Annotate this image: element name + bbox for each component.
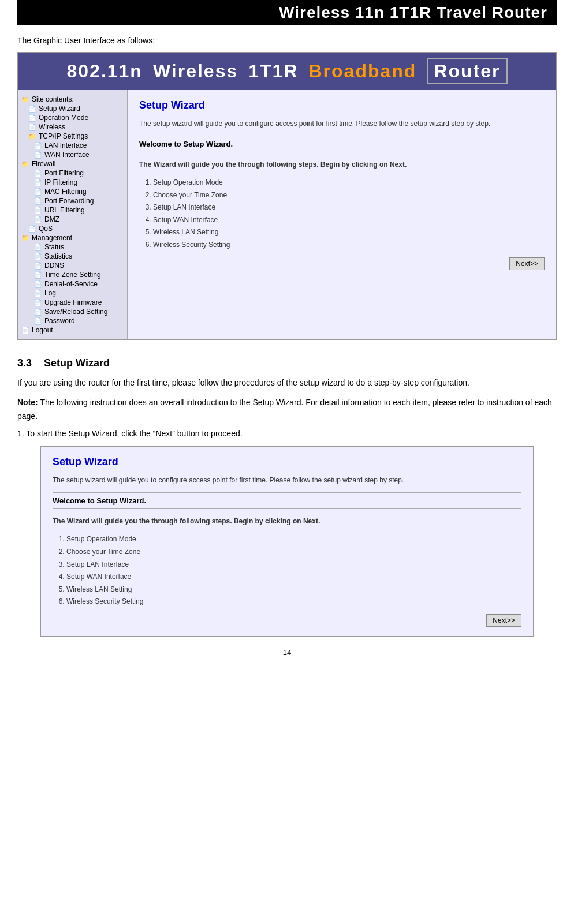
sidebar-item[interactable]: Log	[20, 289, 125, 298]
file-icon	[21, 326, 29, 334]
sidebar-item[interactable]: Management	[20, 233, 125, 242]
sidebar-item[interactable]: Setup Wizard	[20, 104, 125, 113]
sidebar-item[interactable]: Site contents:	[20, 95, 125, 104]
next-button-1[interactable]: Next>>	[509, 257, 545, 270]
sidebar: Site contents:Setup WizardOperation Mode…	[18, 90, 128, 339]
sidebar-item[interactable]: WAN Interface	[20, 150, 125, 159]
sidebar-item[interactable]: Port Forwarding	[20, 196, 125, 205]
sidebar-label: MAC Filtering	[44, 188, 87, 196]
sidebar-label: Save/Reload Setting	[44, 308, 107, 316]
note-label: Note:	[17, 398, 38, 407]
sidebar-label: Setup Wizard	[39, 104, 80, 113]
sidebar-label: Status	[44, 243, 64, 251]
sidebar-item[interactable]: DDNS	[20, 261, 125, 270]
file-icon	[34, 289, 42, 297]
wizard-title-2: Setup Wizard	[53, 456, 521, 468]
sidebar-label: Time Zone Setting	[44, 271, 101, 279]
sidebar-item[interactable]: Port Filtering	[20, 169, 125, 178]
file-icon	[34, 206, 42, 214]
sidebar-label: URL Filtering	[44, 206, 85, 214]
section-number: 3.3	[17, 357, 32, 369]
file-icon	[28, 104, 36, 113]
wizard-step-item: Setup LAN Interface	[66, 559, 521, 571]
sidebar-label: Operation Mode	[39, 114, 88, 122]
file-icon	[34, 308, 42, 316]
banner-broadband: Broadband	[309, 61, 417, 82]
file-icon	[34, 197, 42, 205]
sidebar-label: DMZ	[44, 215, 59, 223]
sidebar-label: Wireless	[39, 123, 65, 131]
sidebar-label: Port Filtering	[44, 169, 84, 177]
wizard-step-item: Setup WAN Interface	[153, 214, 545, 227]
sidebar-item[interactable]: IP Filtering	[20, 178, 125, 187]
banner-router: Router	[427, 58, 507, 84]
section-note: Note: The following instruction does an …	[17, 396, 557, 424]
sidebar-item[interactable]: MAC Filtering	[20, 187, 125, 196]
wizard-step-item: Wireless LAN Setting	[66, 583, 521, 596]
wizard-step-item: Wireless Security Setting	[66, 596, 521, 608]
wizard-step-item: Wireless Security Setting	[153, 239, 545, 252]
sidebar-item[interactable]: Time Zone Setting	[20, 270, 125, 279]
wizard-step-item: Choose your Time Zone	[153, 189, 545, 202]
file-icon	[34, 215, 42, 223]
router-body: Site contents:Setup WizardOperation Mode…	[18, 90, 556, 339]
sidebar-item[interactable]: Password	[20, 316, 125, 326]
sidebar-label: Port Forwarding	[44, 197, 94, 205]
router-banner: 802.11n Wireless 1T1R Broadband Router	[18, 53, 556, 90]
sidebar-item[interactable]: QoS	[20, 224, 125, 233]
sidebar-item[interactable]: Upgrade Firmware	[20, 298, 125, 307]
file-icon	[34, 243, 42, 251]
sidebar-item[interactable]: Logout	[20, 326, 125, 335]
sidebar-label: Password	[44, 317, 75, 325]
banner-1t1r: 1T1R	[248, 61, 298, 82]
wizard-step-item: Setup Operation Mode	[153, 177, 545, 189]
file-icon	[34, 280, 42, 288]
sidebar-item[interactable]: Denial-of-Service	[20, 279, 125, 289]
file-icon	[34, 298, 42, 306]
wizard-step-item: Wireless LAN Setting	[153, 226, 545, 239]
wizard-step-item: Setup LAN Interface	[153, 201, 545, 214]
intro-text: The Graphic User Interface as follows:	[17, 36, 557, 45]
sidebar-label: QoS	[39, 225, 53, 233]
folder-icon	[21, 160, 29, 168]
file-icon	[34, 178, 42, 186]
wizard-step-item: Choose your Time Zone	[66, 546, 521, 559]
sidebar-item[interactable]: TCP/IP Settings	[20, 132, 125, 141]
sidebar-item[interactable]: Wireless	[20, 122, 125, 132]
sidebar-label: Site contents:	[32, 95, 74, 103]
section-para1: If you are using the router for the firs…	[17, 376, 557, 390]
wizard-step-item: Setup WAN Interface	[66, 571, 521, 583]
router-ui-frame-2: Setup Wizard The setup wizard will guide…	[40, 446, 534, 637]
banner-wireless: Wireless	[153, 61, 238, 82]
file-icon	[34, 261, 42, 270]
sidebar-label: IP Filtering	[44, 178, 77, 186]
step1-text: 1. To start the Setup Wizard, click the …	[17, 429, 557, 438]
sidebar-item[interactable]: Save/Reload Setting	[20, 307, 125, 316]
folder-icon	[21, 95, 29, 103]
wizard-welcome: Welcome to Setup Wizard.	[139, 136, 545, 152]
wizard-title: Setup Wizard	[139, 99, 545, 111]
sidebar-item[interactable]: Operation Mode	[20, 113, 125, 122]
sidebar-label: Management	[32, 234, 72, 242]
main-panel: Setup Wizard The setup wizard will guide…	[128, 90, 556, 339]
next-button-2[interactable]: Next>>	[486, 614, 521, 627]
page-header: Wireless 11n 1T1R Travel Router	[17, 0, 557, 25]
wizard-desc-2: The setup wizard will guide you to confi…	[53, 475, 521, 485]
section-heading: 3.3 Setup Wizard	[17, 357, 557, 369]
sidebar-item[interactable]: Status	[20, 242, 125, 252]
section-title: Setup Wizard	[44, 357, 110, 369]
sidebar-item[interactable]: DMZ	[20, 215, 125, 224]
sidebar-label: Statistics	[44, 252, 72, 260]
file-icon	[28, 123, 36, 131]
sidebar-label: WAN Interface	[44, 151, 90, 159]
file-icon	[28, 225, 36, 233]
sidebar-item[interactable]: URL Filtering	[20, 205, 125, 215]
sidebar-label: Logout	[32, 326, 53, 334]
sidebar-item[interactable]: LAN Interface	[20, 141, 125, 150]
note-text: The following instruction does an overal…	[17, 398, 552, 421]
folder-icon	[28, 132, 36, 140]
sidebar-item[interactable]: Firewall	[20, 159, 125, 169]
main-panel-2: Setup Wizard The setup wizard will guide…	[41, 447, 533, 636]
sidebar-label: Denial-of-Service	[44, 280, 98, 288]
sidebar-item[interactable]: Statistics	[20, 252, 125, 261]
